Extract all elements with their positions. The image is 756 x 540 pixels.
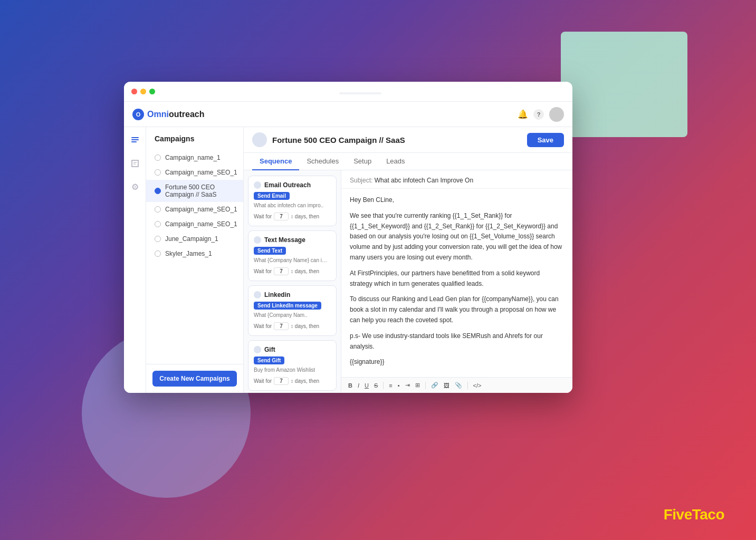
logo-suffix: outreach xyxy=(169,110,205,119)
campaign-name: June_Campaign_1 xyxy=(165,235,218,243)
toolbar-separator xyxy=(383,382,384,389)
email-greeting: Hey Ben CLine, xyxy=(350,195,564,206)
app-header: O Omnioutreach 🔔 ? xyxy=(124,102,572,127)
maximize-button[interactable] xyxy=(149,89,155,94)
step-wait: Wait for ↕ days, then xyxy=(254,322,331,330)
sidebar-icon-campaigns[interactable] xyxy=(128,133,142,147)
create-campaigns-button[interactable]: Create New Campaigns xyxy=(152,371,237,387)
app-logo-icon: O xyxy=(132,109,144,120)
campaign-radio xyxy=(155,221,161,227)
email-toolbar: B I U S ≡ • ⇥ ⊞ 🔗 🖼 📎 xyxy=(341,377,572,393)
campaign-item[interactable]: Skyler_James_1 xyxy=(146,246,243,261)
url-bar xyxy=(339,92,381,94)
campaign-item[interactable]: Campaign_name_1 xyxy=(146,150,243,165)
campaign-item[interactable]: Campaign_name_SEO_1 xyxy=(146,217,243,232)
wait-days-input[interactable] xyxy=(274,267,289,275)
app-content: ⚙ Campaigns Campaign_name_1 Campaign_nam… xyxy=(124,127,572,393)
campaigns-title: Campaigns xyxy=(146,127,243,148)
step-wait: Wait for ↕ days, then xyxy=(254,213,331,220)
app-logo-text: Omnioutreach xyxy=(147,110,204,119)
email-paragraph-2: At FirstPrinciples, our partners have be… xyxy=(350,268,564,290)
campaign-radio xyxy=(155,236,161,242)
toolbar-link[interactable]: 🔗 xyxy=(429,381,440,390)
toolbar-image[interactable]: 🖼 xyxy=(442,381,451,390)
campaign-detail-name: Fortune 500 CEO Campaign // SaaS xyxy=(272,136,405,144)
wait-days-input[interactable] xyxy=(274,377,289,385)
main-area: Campaigns Campaign_name_1 Campaign_name_… xyxy=(146,127,572,393)
step-header: Text Message xyxy=(254,236,331,244)
step-card-linkedin[interactable]: Linkedin Send LinkedIn message What {Com… xyxy=(248,285,337,336)
campaign-radio xyxy=(155,206,161,213)
campaign-item-active[interactable]: Fortune 500 CEO Campaign // SaaS xyxy=(146,180,243,202)
campaign-item[interactable]: Campaign_name_SEO_1 xyxy=(146,202,243,217)
toolbar-format-u[interactable]: U xyxy=(363,381,370,390)
tab-leads[interactable]: Leads xyxy=(379,153,412,170)
sidebar-icon-book[interactable] xyxy=(128,157,142,170)
step-title-gift: Gift xyxy=(264,346,275,353)
step-preview: What abc infotech can impro.. xyxy=(254,202,331,209)
app-window: O Omnioutreach 🔔 ? xyxy=(124,82,572,393)
campaign-item[interactable]: Campaign_name_SEO_1 xyxy=(146,165,243,180)
tab-sequence[interactable]: Sequence xyxy=(252,153,299,170)
step-title-linkedin: Linkedin xyxy=(264,291,290,298)
user-avatar[interactable] xyxy=(549,107,564,122)
svg-rect-0 xyxy=(131,137,139,138)
toolbar-bullet[interactable]: • xyxy=(396,381,401,390)
email-body: Hey Ben CLine, We see that you're curren… xyxy=(341,189,572,377)
close-button[interactable] xyxy=(131,89,137,94)
campaign-name: Campaign_name_SEO_1 xyxy=(165,206,237,213)
campaign-name: Skyler_James_1 xyxy=(165,250,212,257)
campaign-name: Campaign_name_1 xyxy=(165,154,221,161)
subject-label: Subject: xyxy=(350,177,375,184)
svg-rect-1 xyxy=(131,139,139,140)
campaign-list: Campaign_name_1 Campaign_name_SEO_1 Fort… xyxy=(146,148,243,364)
sidebar-icon-settings[interactable]: ⚙ xyxy=(128,180,142,194)
step-preview: Buy from Amazon Wishlist xyxy=(254,367,331,374)
campaign-detail: Fortune 500 CEO Campaign // SaaS Save Se… xyxy=(244,127,572,393)
tab-schedules[interactable]: Schedules xyxy=(299,153,346,170)
step-badge-email: Send Email xyxy=(254,192,290,200)
email-subject: Subject: What abc infotech Can Improve O… xyxy=(341,170,572,189)
wait-days-input[interactable] xyxy=(274,213,289,220)
toolbar-code[interactable]: </> xyxy=(472,381,483,390)
campaign-radio-selected xyxy=(155,188,161,194)
wait-days-input[interactable] xyxy=(274,322,289,330)
campaign-name: Fortune 500 CEO Campaign // SaaS xyxy=(165,184,235,198)
toolbar-format-s[interactable]: S xyxy=(372,381,379,390)
step-card-text[interactable]: Text Message Send Text What {Company Nam… xyxy=(248,230,337,281)
campaign-name: Campaign_name_SEO_1 xyxy=(165,220,237,228)
toolbar-align[interactable]: ≡ xyxy=(387,381,394,390)
step-dot xyxy=(254,236,261,244)
toolbar-table[interactable]: ⊞ xyxy=(414,381,422,390)
campaign-item[interactable]: June_Campaign_1 xyxy=(146,232,243,246)
toolbar-clip[interactable]: 📎 xyxy=(453,381,464,390)
step-header: Linkedin xyxy=(254,291,331,298)
tab-setup[interactable]: Setup xyxy=(346,153,379,170)
step-dot xyxy=(254,346,261,353)
email-paragraph-1: We see that you're currently ranking {{1… xyxy=(350,211,564,263)
step-preview: What {Company Name} can impro.. xyxy=(254,257,331,264)
logo-prefix: Omni xyxy=(147,110,169,119)
step-card-email[interactable]: Email Outreach Send Email What abc infot… xyxy=(248,176,337,226)
help-icon[interactable]: ? xyxy=(533,109,544,120)
step-badge-text: Send Text xyxy=(254,247,286,255)
toolbar-format-b[interactable]: B xyxy=(347,381,354,390)
detail-header: Fortune 500 CEO Campaign // SaaS Save xyxy=(244,127,572,153)
step-title-text: Text Message xyxy=(264,236,305,244)
campaign-detail-icon xyxy=(252,132,267,147)
toolbar-indent[interactable]: ⇥ xyxy=(404,381,412,390)
toolbar-format-i[interactable]: I xyxy=(356,381,361,390)
traffic-lights xyxy=(131,89,155,94)
save-button[interactable]: Save xyxy=(527,133,564,147)
header-icons: 🔔 ? xyxy=(518,107,564,122)
step-dot xyxy=(254,181,261,189)
step-header: Gift xyxy=(254,346,331,353)
minimize-button[interactable] xyxy=(140,89,146,94)
step-dot xyxy=(254,291,261,298)
notification-icon[interactable]: 🔔 xyxy=(518,109,528,119)
step-title: Email Outreach xyxy=(264,181,311,189)
deco-mint-shape xyxy=(561,32,687,137)
step-preview: What {Company Nam.. xyxy=(254,312,331,319)
step-card-gift[interactable]: Gift Send Gift Buy from Amazon Wishlist … xyxy=(248,340,337,391)
icon-sidebar: ⚙ xyxy=(124,127,146,393)
